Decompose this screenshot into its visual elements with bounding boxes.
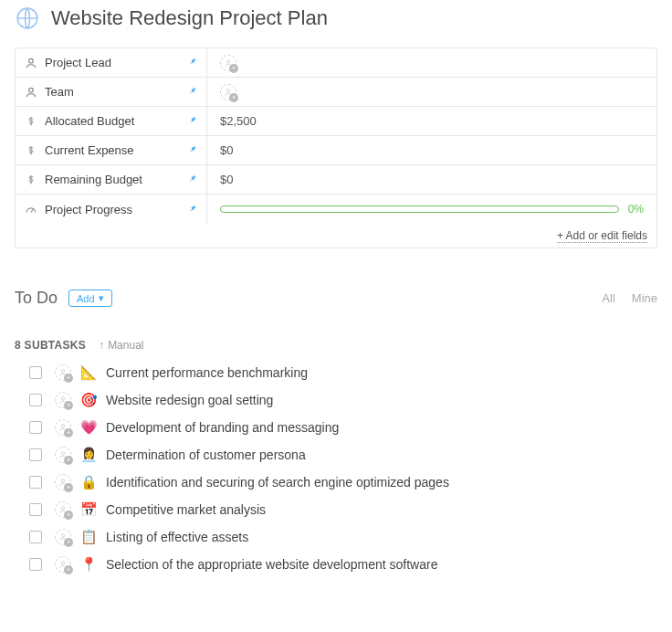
assign-user-button[interactable]: [55, 474, 71, 490]
svg-point-4: [226, 89, 229, 91]
field-label-cell[interactable]: Current Expense: [16, 136, 207, 164]
pin-icon[interactable]: [188, 173, 197, 186]
subtasks-meta: 8 SUBTASKS ↑ Manual: [15, 339, 657, 352]
task-title: Listing of effective assets: [106, 530, 248, 544]
progress-wrap: 0%: [220, 203, 644, 216]
task-checkbox[interactable]: [29, 421, 42, 434]
svg-point-3: [29, 88, 34, 92]
filter-all[interactable]: All: [602, 291, 614, 305]
task-emoji-icon: 👩‍💼: [80, 447, 97, 463]
svg-point-8: [61, 452, 64, 455]
field-row-current-expense: Current Expense$0: [16, 136, 656, 165]
assign-user-button[interactable]: [55, 419, 71, 436]
task-title: Identification and securing of search en…: [106, 475, 449, 490]
arrow-up-icon: ↑: [99, 339, 104, 352]
sort-label: Manual: [108, 339, 143, 352]
task-checkbox[interactable]: [29, 531, 42, 543]
task-checkbox[interactable]: [29, 558, 42, 571]
section-header: To Do Add ▾ All Mine: [15, 289, 657, 308]
task-row[interactable]: 💗Development of branding and messaging: [29, 419, 657, 436]
task-checkbox[interactable]: [29, 366, 42, 379]
assign-user-button[interactable]: [220, 55, 236, 71]
add-edit-fields-link[interactable]: + Add or edit fields: [557, 229, 647, 243]
pin-icon[interactable]: [188, 143, 197, 157]
svg-point-6: [61, 397, 64, 400]
pin-icon[interactable]: [188, 114, 197, 128]
task-row[interactable]: 📋Listing of effective assets: [29, 529, 657, 545]
task-title: Competitive market analysis: [106, 502, 266, 517]
assign-user-button[interactable]: [55, 364, 71, 381]
task-checkbox[interactable]: [29, 394, 42, 406]
chevron-down-icon: ▾: [99, 292, 104, 304]
task-title: Current performance benchmarking: [106, 365, 308, 380]
field-value-cell[interactable]: 0%: [207, 195, 656, 224]
task-emoji-icon: 📅: [80, 501, 97, 518]
person-icon: [25, 57, 37, 69]
task-row[interactable]: 📐Current performance benchmarking: [29, 364, 657, 381]
pin-icon[interactable]: [188, 85, 197, 99]
section-title: To Do: [15, 289, 58, 308]
filter-mine[interactable]: Mine: [632, 291, 657, 305]
field-value-cell[interactable]: [207, 78, 656, 106]
field-label-cell[interactable]: Project Lead: [16, 48, 207, 77]
field-value-cell[interactable]: $2,500: [207, 107, 656, 135]
field-label: Team: [45, 85, 74, 99]
pin-icon[interactable]: [188, 203, 197, 216]
svg-point-5: [61, 370, 64, 373]
assign-user-button[interactable]: [55, 529, 71, 545]
globe-icon: [15, 5, 40, 31]
person-icon: [25, 86, 37, 99]
svg-point-10: [61, 507, 64, 510]
task-emoji-icon: 📍: [80, 556, 97, 573]
field-row-allocated-budget: Allocated Budget$2,500: [16, 107, 656, 136]
field-label: Remaining Budget: [45, 173, 142, 186]
task-emoji-icon: 📐: [80, 364, 97, 381]
field-value-cell[interactable]: [207, 48, 656, 77]
add-subtask-button[interactable]: Add ▾: [68, 290, 112, 307]
assign-user-button[interactable]: [55, 501, 71, 518]
field-label: Project Progress: [45, 203, 132, 216]
sort-manual[interactable]: ↑ Manual: [99, 339, 143, 352]
field-label-cell[interactable]: Allocated Budget: [16, 107, 207, 135]
gauge-icon: [25, 203, 37, 216]
subtasks-count: 8 SUBTASKS: [15, 339, 86, 352]
custom-fields-panel: Project LeadTeamAllocated Budget$2,500Cu…: [15, 47, 657, 248]
task-row[interactable]: 👩‍💼Determination of customer persona: [29, 447, 657, 463]
assign-user-button[interactable]: [55, 447, 71, 463]
field-label-cell[interactable]: Project Progress: [16, 195, 207, 224]
add-button-label: Add: [77, 293, 95, 304]
field-value-cell[interactable]: $0: [207, 165, 656, 194]
assign-user-button[interactable]: [55, 556, 71, 573]
progress-bar[interactable]: [220, 205, 619, 213]
field-row-project-lead: Project Lead: [16, 48, 656, 78]
svg-point-11: [61, 534, 64, 537]
field-label: Current Expense: [45, 143, 134, 157]
svg-point-2: [226, 59, 229, 62]
dollar-icon: [25, 144, 37, 157]
fields-footer: + Add or edit fields: [16, 224, 656, 248]
task-checkbox[interactable]: [29, 503, 42, 516]
svg-point-9: [61, 479, 64, 482]
field-row-team: Team: [16, 78, 656, 107]
field-label-cell[interactable]: Remaining Budget: [16, 165, 207, 194]
task-row[interactable]: 📅Competitive market analysis: [29, 501, 657, 518]
view-filters: All Mine: [602, 291, 657, 305]
page-title: Website Redesign Project Plan: [51, 6, 328, 30]
task-checkbox[interactable]: [29, 476, 42, 489]
dollar-icon: [25, 174, 37, 186]
task-emoji-icon: 💗: [80, 419, 97, 436]
field-label-cell[interactable]: Team: [16, 78, 207, 106]
field-value: $2,500: [220, 114, 257, 128]
field-label: Project Lead: [45, 56, 111, 69]
assign-user-button[interactable]: [55, 392, 71, 408]
field-row-remaining-budget: Remaining Budget$0: [16, 165, 656, 195]
pin-icon[interactable]: [188, 56, 197, 69]
assign-user-button[interactable]: [220, 84, 236, 100]
field-label: Allocated Budget: [45, 114, 134, 128]
task-checkbox[interactable]: [29, 448, 42, 461]
task-row[interactable]: 🔒Identification and securing of search e…: [29, 474, 657, 490]
field-value-cell[interactable]: $0: [207, 136, 656, 164]
task-title: Development of branding and messaging: [106, 420, 339, 435]
task-row[interactable]: 🎯Website redesign goal setting: [29, 392, 657, 408]
task-row[interactable]: 📍Selection of the appropriate website de…: [29, 556, 657, 573]
